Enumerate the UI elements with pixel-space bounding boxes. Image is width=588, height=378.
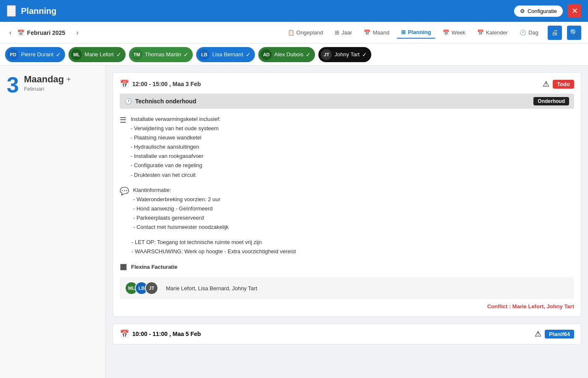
event-type-bar: 🕐 Technisch onderhoud Onderhoud	[120, 94, 574, 109]
billing-label: Flexina Facturatie	[131, 264, 178, 270]
close-button[interactable]: ✕	[568, 4, 581, 18]
description-item-2: - Plaatsing nieuwe wandketel	[131, 133, 220, 142]
close-icon: ✕	[572, 6, 578, 16]
event2-time: 10:00 - 11:00 , Maa 5 Feb	[132, 331, 531, 337]
todo-badge: Todo	[553, 80, 574, 89]
client-item-3: - Parkeerplaats gereserveerd	[133, 213, 229, 223]
person-name-alex: Alex Dubois	[274, 51, 303, 58]
avatar-johny: JT	[321, 49, 332, 60]
view-kalender-button[interactable]: 📅 Kalender	[473, 27, 512, 38]
config-label: Configuratie	[528, 8, 557, 14]
avatar-lisa: LB	[199, 49, 210, 60]
description-item-6: - Druktesten van het circuit	[131, 171, 220, 180]
assignees-row: ML LB JT Marie Lefort, Lisa Bernard, Joh…	[120, 277, 574, 299]
client-item-2: - Hond aanwezig - Geïnformeerd	[133, 204, 229, 213]
description-item-4: - Installatie van rookgasafvoer	[131, 152, 220, 161]
view-ongepland-button[interactable]: 📋 Ongepland	[284, 27, 328, 38]
next-month-button[interactable]: ›	[74, 27, 81, 38]
planif-badge: Planif64	[545, 330, 574, 339]
avatar-alex: AD	[261, 49, 272, 60]
description-section: ☰ Installatie verwarmingsketel inclusief…	[120, 115, 574, 180]
client-section: 💬 Klantinformatie: - Wateronderbreking v…	[120, 186, 574, 232]
assignee-avatars: ML LB JT	[125, 281, 155, 295]
person-chip-marie[interactable]: ML Marie Lefort ✓	[68, 47, 125, 62]
event-type-label: 🕐 Technisch onderhoud	[125, 98, 196, 105]
warning-notes: - LET OP: Toegang tot technische ruimte …	[120, 238, 574, 256]
check-icon-lisa: ✓	[246, 51, 251, 58]
event-time-1: 12:00 - 15:00 , Maa 3 Feb	[132, 81, 539, 87]
person-chip-alex[interactable]: AD Alex Dubois ✓	[258, 47, 315, 62]
check-icon-marie: ✓	[116, 51, 121, 58]
person-name-johny: Johny Tart	[334, 51, 360, 58]
top-navigation: ☰ Planning ⚙ Configuratie ✕	[0, 0, 588, 22]
client-item-1: - Wateronderbreking voorzien: 2 uur	[133, 195, 229, 204]
view-planning-button[interactable]: ⊞ Planning	[397, 26, 435, 39]
event2-calendar-icon: 📅	[120, 329, 129, 339]
right-content: 📅 12:00 - 15:00 , Maa 3 Feb ⚠ Todo 🕐 Tec…	[106, 66, 588, 378]
menu-button[interactable]: ☰	[7, 5, 16, 17]
check-icon-alex: ✓	[306, 51, 311, 58]
calendar-icon: 📅	[17, 29, 24, 36]
chat-icon: 💬	[120, 186, 129, 196]
billing-row: ▦ Flexina Facturatie	[120, 262, 574, 271]
assignee-avatar-jt: JT	[145, 281, 158, 295]
gear-icon: ⚙	[520, 8, 525, 14]
person-filter-bar: PD Pierre Durant ✓ ML Marie Lefort ✓ TM …	[0, 44, 588, 66]
config-button[interactable]: ⚙ Configuratie	[514, 5, 563, 17]
description-item-5: - Configuratie van de regeling	[131, 161, 220, 170]
week-icon: 📅	[443, 29, 449, 36]
event2-warning-icon: ⚠	[535, 329, 541, 339]
description-text: Installatie verwarmingsketel inclusief: …	[131, 115, 220, 180]
event-header-1: 📅 12:00 - 15:00 , Maa 3 Feb ⚠ Todo	[120, 79, 574, 89]
search-button[interactable]: 🔍	[567, 26, 581, 40]
view-dag-button[interactable]: 🕐 Dag	[515, 27, 543, 38]
warning-note-1: - LET OP: Toegang tot technische ruimte …	[131, 238, 574, 247]
person-chip-johny[interactable]: JT Johny Tart ✓	[318, 47, 371, 62]
description-item-1: - Verwijdering van het oude systeem	[131, 124, 220, 133]
person-chip-pierre[interactable]: PD Pierre Durant ✓	[5, 47, 65, 62]
toolbar: ‹ 📅 Februari 2025 › 📋 Ongepland ⊞ Jaar 📅…	[0, 22, 588, 44]
clock-icon: 🕐	[125, 98, 132, 105]
print-icon: 🖨	[551, 29, 558, 37]
maand-icon: 📅	[364, 29, 370, 36]
print-button[interactable]: 🖨	[548, 26, 562, 40]
person-name-pierre: Pierre Durant	[21, 51, 53, 58]
warning-icon-1: ⚠	[543, 79, 549, 89]
event-card-1: 📅 12:00 - 15:00 , Maa 3 Feb ⚠ Todo 🕐 Tec…	[113, 72, 581, 317]
main-content: 3 Maandag + Februari 📅 12:00 - 15:00 , M…	[0, 66, 588, 378]
kalender-icon: 📅	[477, 29, 484, 36]
avatar-thomas: TM	[131, 49, 142, 60]
add-event-button[interactable]: +	[66, 75, 71, 84]
app-title: Planning	[21, 6, 509, 16]
billing-icon: ▦	[120, 262, 127, 271]
person-name-thomas: Thomas Martin	[145, 51, 181, 58]
person-name-marie: Marie Lefort	[84, 51, 113, 58]
conflict-row: Conflict : Marie Lefort, Johny Tart	[120, 303, 574, 310]
onderhoud-badge: Onderhoud	[533, 97, 569, 105]
person-chip-lisa[interactable]: LB Lisa Bernard ✓	[196, 47, 255, 62]
event-card-2: 📅 10:00 - 11:00 , Maa 5 Feb ⚠ Planif64	[113, 323, 581, 344]
day-info: Maandag + Februari	[24, 74, 71, 92]
left-sidebar: 3 Maandag + Februari	[0, 66, 106, 378]
warning-note-2: - WAARSCHUWING: Werk op hoogte - Extra v…	[131, 247, 574, 256]
planning-icon: ⊞	[401, 29, 406, 35]
client-title: Klantinformatie:	[133, 186, 229, 195]
assignee-names: Marie Lefort, Lisa Bernard, Johny Tart	[166, 285, 257, 291]
day-month: Februari	[24, 86, 71, 92]
view-maand-button[interactable]: 📅 Maand	[360, 27, 394, 38]
description-title: Installatie verwarmingsketel inclusief:	[131, 115, 220, 124]
jaar-icon: ⊞	[335, 29, 339, 36]
ongepland-icon: 📋	[288, 29, 294, 36]
view-week-button[interactable]: 📅 Week	[438, 27, 470, 38]
dag-icon: 🕐	[520, 29, 526, 36]
day-header: 3 Maandag + Februari	[7, 74, 99, 96]
prev-month-button[interactable]: ‹	[7, 27, 14, 38]
person-chip-thomas[interactable]: TM Thomas Martin ✓	[129, 47, 193, 62]
check-icon-johny: ✓	[362, 51, 367, 58]
search-icon: 🔍	[570, 29, 578, 37]
view-jaar-button[interactable]: ⊞ Jaar	[331, 27, 356, 38]
month-label: 📅 Februari 2025	[17, 29, 65, 36]
list-icon: ☰	[120, 116, 126, 125]
day-number: 3	[7, 74, 19, 96]
day-name: Maandag +	[24, 74, 71, 85]
